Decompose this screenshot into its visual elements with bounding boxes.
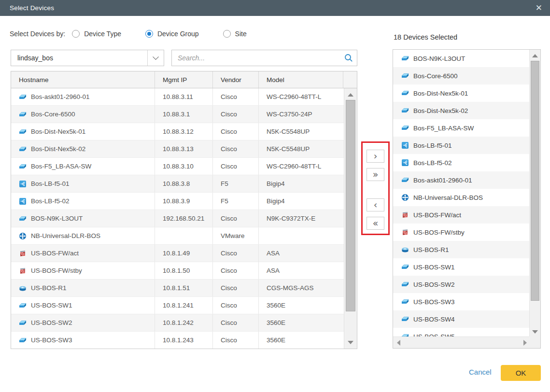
model-cell: ASA [259,245,343,262]
cancel-button[interactable]: Cancel [469,368,492,376]
selected-device-label: NB-Universal-DLR-BOS [413,194,483,201]
selected-device-item[interactable]: US-BOS-SW5 [393,328,530,337]
selected-device-item[interactable]: Bos-F5_LB-ASA-SW [393,119,530,137]
scroll-left-arrow[interactable] [393,337,404,348]
mgmt-ip-cell: 10.88.3.11 [155,88,213,105]
selected-device-item[interactable]: US-BOS-FW/act [393,206,530,224]
selected-device-item[interactable]: Bos-LB-f5-02 [393,154,530,171]
scroll-right-arrow[interactable] [520,337,530,348]
mgmt-ip-cell: 10.8.1.51 [155,280,213,296]
selected-vertical-scrollbar[interactable] [529,50,540,337]
selected-device-label: Bos-LB-f5-02 [413,159,452,167]
selected-horizontal-scrollbar[interactable] [393,336,530,348]
selected-device-item[interactable]: US-BOS-SW1 [393,258,530,276]
move-selected-left-button[interactable]: ‹ [367,198,384,211]
selected-device-item[interactable]: US-BOS-R1 [393,241,530,258]
selected-device-label: US-BOS-FW/stby [413,229,465,236]
radio-label: Device Type [84,30,121,38]
switch-icon [401,298,409,306]
table-row[interactable]: NB-Universal-DLR-BOSVMware [11,227,344,245]
table-row[interactable]: Bos-Dist-Nex5k-0210.88.3.13CiscoN5K-C554… [11,140,344,158]
firewall-icon [401,211,409,219]
selected-device-item[interactable]: Bos-askt01-2960-01 [393,171,530,189]
mgmt-ip-cell: 10.88.3.10 [155,158,213,175]
switch-icon [401,89,409,97]
vendor-cell: VMware [213,227,259,244]
vendor-cell: Cisco [213,88,259,105]
hostname-cell: Bos-LB-f5-02 [11,193,155,210]
table-row[interactable]: Bos-F5_LB-ASA-SW10.88.3.10CiscoWS-C2960-… [11,158,344,175]
selected-device-item[interactable]: Bos-Core-6500 [393,67,530,84]
scroll-down-arrow[interactable] [344,337,357,347]
switch-icon [401,107,409,114]
radio-site[interactable]: Site [223,30,247,38]
selected-device-item[interactable]: BOS-N9K-L3OUT [393,50,530,67]
column-header-mgmt-ip: Mgmt IP [155,71,213,88]
selected-device-label: US-BOS-SW2 [413,281,455,288]
radio-group: Device TypeDevice GroupSite [72,30,271,38]
selected-device-label: US-BOS-SW4 [413,316,455,323]
mgmt-ip-cell [155,227,213,244]
selected-devices-panel: BOS-N9K-L3OUTBos-Core-6500Bos-Dist-Nex5k… [393,49,541,349]
radio-device-type[interactable]: Device Type [72,30,121,38]
selected-device-item[interactable]: Bos-LB-f5-01 [393,137,530,154]
table-row[interactable]: Bos-Dist-Nex5k-0110.88.3.12CiscoN5K-C554… [11,123,344,140]
loadbalancer-icon [19,197,27,205]
table-row[interactable]: US-BOS-SW310.8.1.243Cisco3560E [11,332,344,349]
selected-device-item[interactable]: US-BOS-SW3 [393,293,530,310]
hostname-text: Bos-F5_LB-ASA-SW [31,163,91,170]
ok-button[interactable]: OK [501,365,541,381]
selected-device-item[interactable]: Bos-Dist-Nex5k-02 [393,102,530,119]
model-cell: N9K-C9372TX-E [259,210,343,227]
selected-device-item[interactable]: US-BOS-SW2 [393,276,530,293]
table-row[interactable]: Bos-Core-650010.88.3.1CiscoWS-C3750-24P [11,106,344,123]
loadbalancer-icon [401,159,409,167]
device-group-dropdown[interactable]: lindsay_bos [11,50,164,66]
selected-device-item[interactable]: NB-Universal-DLR-BOS [393,189,530,206]
hostname-cell: Bos-Dist-Nex5k-02 [11,140,155,157]
selected-device-label: Bos-Dist-Nex5k-01 [413,90,468,97]
close-button[interactable]: ✕ [536,4,542,12]
move-selected-right-button[interactable]: › [367,150,384,163]
scrollbar-thumb[interactable] [531,61,539,301]
table-row[interactable]: Bos-LB-f5-0210.88.3.9F5Bigip4 [11,193,344,210]
table-row[interactable]: US-BOS-FW/stby10.8.1.50CiscoASA [11,262,344,280]
search-icon[interactable] [340,53,357,63]
switch-icon [19,111,27,118]
table-row[interactable]: US-BOS-SW210.8.1.242Cisco3560E [11,314,344,332]
model-cell: Bigip4 [259,175,343,192]
move-all-left-button[interactable]: « [367,217,384,230]
scrollbar-corner [529,336,540,348]
table-row[interactable]: Bos-LB-f5-0110.88.3.8F5Bigip4 [11,175,344,193]
selected-device-item[interactable]: US-BOS-FW/stby [393,224,530,241]
scroll-up-arrow[interactable] [530,51,540,60]
move-all-right-button[interactable]: » [367,168,384,181]
close-icon: ✕ [536,3,542,13]
scrollbar-thumb[interactable] [346,100,355,311]
search-input[interactable] [172,50,340,66]
device-group-dropdown-value: lindsay_bos [11,54,147,62]
selected-device-item[interactable]: US-BOS-SW4 [393,310,530,328]
table-row[interactable]: US-BOS-R110.8.1.51CiscoCGS-MGS-AGS [11,280,344,297]
dialog-titlebar: Select Devices ✕ [0,0,550,16]
hostname-cell: US-BOS-FW/stby [11,262,155,279]
hostname-cell: US-BOS-SW2 [11,314,155,331]
radio-device-group[interactable]: Device Group [145,30,199,38]
hostname-cell: Bos-LB-f5-01 [11,175,155,192]
selected-device-item[interactable]: Bos-Dist-Nex5k-01 [393,84,530,102]
hostname-text: Bos-Dist-Nex5k-02 [31,145,85,153]
scroll-down-arrow[interactable] [530,327,540,336]
scroll-up-arrow[interactable] [344,90,357,99]
vendor-cell: Cisco [213,158,259,175]
switch-icon [19,319,27,327]
table-row[interactable]: Bos-askt01-2960-0110.88.3.11CiscoWS-C296… [11,88,344,106]
table-row[interactable]: US-BOS-SW110.8.1.241Cisco3560E [11,297,344,314]
table-row[interactable]: US-BOS-FW/act10.8.1.49CiscoASA [11,245,344,262]
radio-icon [145,30,153,38]
switch-icon [401,315,409,323]
table-row[interactable]: BOS-N9K-L3OUT192.168.50.21CiscoN9K-C9372… [11,210,344,227]
model-cell: WS-C3750-24P [259,106,343,123]
hostname-cell: Bos-F5_LB-ASA-SW [11,158,155,175]
model-cell: 3560E [259,332,343,349]
table-vertical-scrollbar[interactable] [344,88,357,349]
